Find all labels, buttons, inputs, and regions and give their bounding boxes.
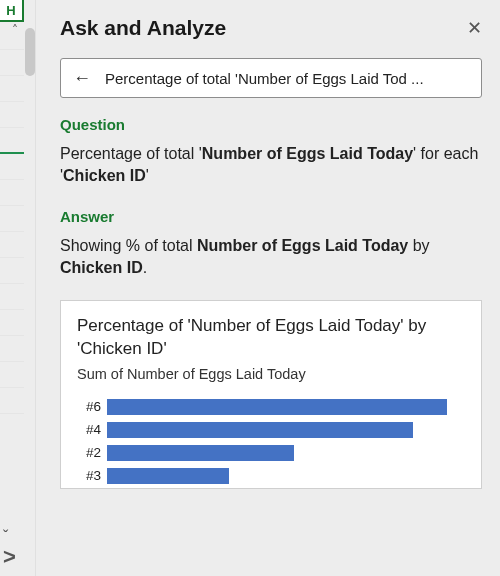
answer-chart-card: Percentage of 'Number of Eggs Laid Today… xyxy=(60,300,482,490)
close-icon[interactable]: ✕ xyxy=(467,17,482,39)
column-header-H[interactable]: H xyxy=(0,0,24,22)
question-label: Question xyxy=(60,116,482,133)
panel-scrollbar[interactable] xyxy=(25,28,35,76)
chart-title: Percentage of 'Number of Eggs Laid Today… xyxy=(77,315,465,361)
question-text: Percentage of total 'Number of Eggs Laid… xyxy=(60,143,482,188)
chart-bars: #6#4#2#3 xyxy=(77,396,465,486)
chart-bar-label: #4 xyxy=(77,422,107,437)
panel-title: Ask and Analyze xyxy=(60,16,226,40)
chart-bar-row: #6 xyxy=(77,396,465,417)
chart-bar-row: #4 xyxy=(77,419,465,440)
ask-analyze-panel: Ask and Analyze ✕ ← Percentage of total … xyxy=(36,0,500,576)
query-input[interactable]: ← Percentage of total 'Number of Eggs La… xyxy=(60,58,482,98)
sheet-nav-chevron[interactable]: > xyxy=(3,546,16,568)
chart-bar xyxy=(107,468,229,484)
answer-label: Answer xyxy=(60,208,482,225)
grid-edge xyxy=(0,24,24,576)
back-arrow-icon[interactable]: ← xyxy=(73,68,91,89)
query-text: Percentage of total 'Number of Eggs Laid… xyxy=(105,70,424,87)
chart-bar-row: #3 xyxy=(77,465,465,486)
chart-bar-label: #2 xyxy=(77,445,107,460)
chart-bar xyxy=(107,445,294,461)
chart-bar-label: #3 xyxy=(77,468,107,483)
chart-bar-row: #2 xyxy=(77,442,465,463)
answer-text: Showing % of total Number of Eggs Laid T… xyxy=(60,235,482,280)
chart-bar xyxy=(107,422,413,438)
chart-subtitle: Sum of Number of Eggs Laid Today xyxy=(77,366,465,382)
spreadsheet-gutter: H ˄ ˇ > xyxy=(0,0,36,576)
chart-bar xyxy=(107,399,447,415)
chart-bar-label: #6 xyxy=(77,399,107,414)
